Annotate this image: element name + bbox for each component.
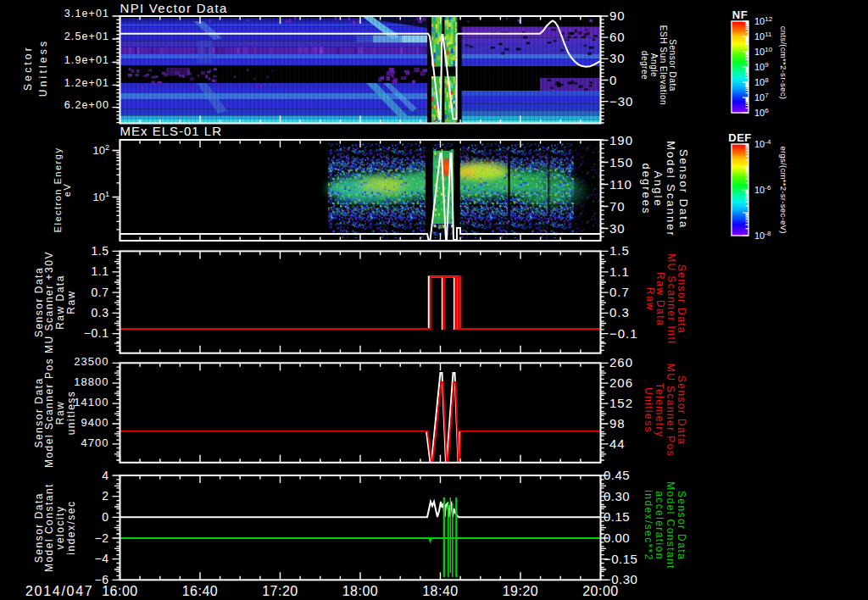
svg-text:2.5e+01: 2.5e+01	[64, 31, 109, 42]
svg-text:NF: NF	[732, 8, 748, 21]
svg-text:190: 190	[609, 133, 633, 147]
svg-text:Angle: Angle	[649, 53, 659, 77]
svg-text:17:20: 17:20	[262, 584, 298, 598]
svg-text:−0.15: −0.15	[604, 552, 637, 566]
svg-text:Sensor Data: Sensor Data	[677, 149, 690, 229]
svg-text:Unitless: Unitless	[37, 39, 49, 97]
svg-text:4700: 4700	[81, 436, 109, 449]
svg-text:0.7: 0.7	[609, 285, 630, 299]
svg-text:70: 70	[609, 199, 626, 214]
svg-text:14100: 14100	[74, 396, 108, 408]
svg-text:degrees: degrees	[640, 164, 653, 215]
svg-text:acceleration: acceleration	[654, 491, 665, 560]
svg-text:degree: degree	[640, 51, 649, 80]
svg-text:18:40: 18:40	[422, 584, 459, 598]
svg-text:16:40: 16:40	[182, 584, 219, 598]
svg-text:1.5: 1.5	[609, 243, 630, 258]
svg-text:0.3: 0.3	[92, 306, 109, 319]
svg-text:Sensor Data: Sensor Data	[676, 375, 687, 445]
svg-text:1.1: 1.1	[92, 264, 109, 278]
svg-text:16:00: 16:00	[102, 584, 138, 598]
svg-text:98: 98	[609, 416, 626, 431]
svg-text:1.5: 1.5	[92, 244, 109, 258]
svg-text:30: 30	[609, 51, 626, 65]
svg-text:Model Scanner: Model Scanner	[665, 141, 677, 236]
svg-text:44: 44	[609, 436, 626, 451]
svg-text:−30: −30	[609, 94, 633, 108]
svg-text:Model Constant: Model Constant	[665, 481, 676, 569]
svg-text:60: 60	[609, 30, 626, 44]
svg-text:3.1e+01: 3.1e+01	[64, 8, 109, 19]
svg-text:2: 2	[102, 489, 108, 503]
svg-text:−0.1: −0.1	[609, 326, 638, 341]
svg-text:150: 150	[609, 155, 633, 169]
svg-text:19:20: 19:20	[503, 584, 539, 598]
svg-text:MEx ELS-01 LR: MEx ELS-01 LR	[120, 124, 223, 138]
svg-text:index/sec: index/sec	[65, 500, 77, 554]
svg-text:152: 152	[609, 396, 633, 410]
svg-text:Sensor Data: Sensor Data	[676, 491, 687, 560]
svg-text:Raw: Raw	[65, 290, 77, 314]
svg-text:110: 110	[609, 177, 632, 192]
svg-text:Angle: Angle	[652, 170, 665, 207]
svg-text:0.45: 0.45	[604, 468, 630, 482]
svg-text:0: 0	[102, 510, 108, 524]
svg-text:20:00: 20:00	[582, 584, 619, 598]
svg-text:0.00: 0.00	[604, 531, 630, 545]
svg-text:Sector: Sector	[22, 45, 34, 91]
svg-text:1.9e+01: 1.9e+01	[64, 54, 109, 66]
svg-text:−0.1: −0.1	[84, 326, 109, 340]
svg-text:Unitless: Unitless	[643, 387, 654, 433]
svg-text:Sensor Data: Sensor Data	[668, 39, 677, 92]
svg-text:0.7: 0.7	[92, 286, 109, 299]
svg-text:18:00: 18:00	[342, 584, 379, 598]
svg-text:18800: 18800	[74, 375, 108, 388]
svg-text:0.30: 0.30	[604, 489, 630, 503]
svg-text:ergs/(cm**2-sr-sec-eV): ergs/(cm**2-sr-sec-eV)	[779, 146, 788, 233]
svg-text:NPI Vector Data: NPI Vector Data	[120, 1, 228, 15]
svg-text:1.2e+01: 1.2e+01	[64, 77, 109, 89]
svg-text:23500: 23500	[74, 355, 108, 368]
svg-text:eV: eV	[62, 183, 72, 197]
svg-text:0.15: 0.15	[604, 509, 630, 524]
svg-text:30: 30	[609, 221, 626, 236]
svg-text:Telemetry: Telemetry	[654, 383, 665, 438]
svg-text:0: 0	[609, 73, 617, 87]
svg-text:0.3: 0.3	[609, 305, 630, 319]
svg-text:206: 206	[609, 375, 633, 390]
svg-text:2014/047: 2014/047	[25, 584, 93, 598]
svg-text:−2: −2	[95, 531, 109, 545]
svg-text:MU Scanner Pos: MU Scanner Pos	[665, 364, 676, 457]
svg-text:9400: 9400	[81, 416, 109, 429]
svg-text:6.2e+00: 6.2e+00	[64, 99, 109, 111]
svg-text:−4: −4	[95, 552, 109, 565]
svg-text:Raw: Raw	[644, 287, 656, 311]
svg-text:unitless: unitless	[65, 391, 77, 436]
svg-text:260: 260	[609, 355, 633, 369]
svg-text:1.1: 1.1	[609, 264, 630, 279]
svg-text:index/sec**2: index/sec**2	[643, 490, 654, 561]
svg-text:DEF: DEF	[728, 131, 752, 144]
svg-text:4: 4	[102, 469, 108, 482]
svg-text:cnts/(cm**2-sr-sec): cnts/(cm**2-sr-sec)	[779, 26, 788, 99]
svg-text:ESH Sun Elevation: ESH Sun Elevation	[659, 25, 668, 105]
svg-text:90: 90	[609, 8, 626, 23]
